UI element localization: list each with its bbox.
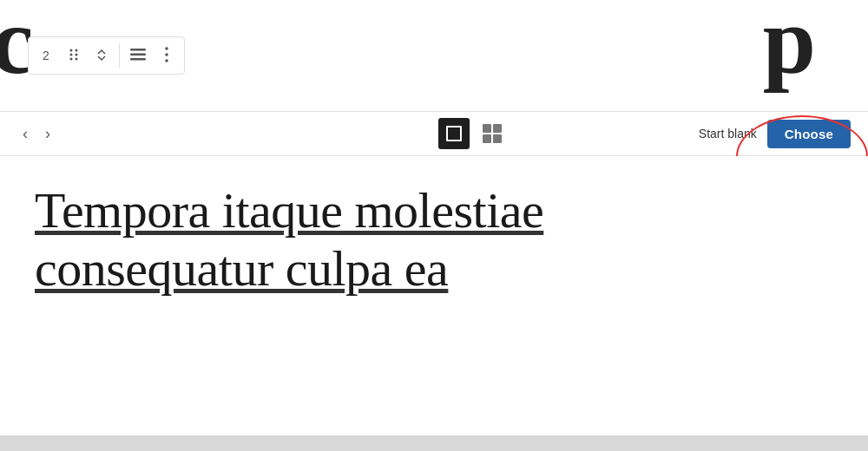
svg-point-3 [76, 53, 78, 56]
nav-prev-button[interactable]: ‹ [17, 121, 33, 147]
svg-point-5 [76, 57, 78, 60]
main-content: Tempora itaque molestiae consequatur cul… [0, 156, 868, 451]
view-toggle [438, 118, 508, 149]
template-toolbar: ‹ › Start blank Choose [0, 111, 868, 156]
nav-arrows: ‹ › [17, 121, 56, 147]
svg-rect-7 [130, 53, 146, 56]
main-heading: Tempora itaque molestiae consequatur cul… [35, 182, 764, 297]
more-options-item[interactable] [156, 43, 177, 69]
svg-point-10 [165, 53, 168, 56]
bottom-bar [0, 435, 868, 451]
move-updown-item[interactable] [91, 44, 112, 68]
more-options-icon [165, 47, 168, 65]
chevron-updown-icon [96, 48, 107, 64]
toolbar-right: Start blank Choose [699, 120, 851, 148]
align-icon [130, 49, 146, 63]
svg-rect-8 [130, 58, 146, 61]
block-number-label: 2 [43, 49, 49, 62]
drag-handle-item[interactable] [63, 44, 84, 68]
deco-letter-p: p [763, 0, 816, 88]
drag-handle-icon [69, 48, 79, 64]
grid-view-icon [483, 124, 502, 143]
align-item[interactable] [127, 45, 149, 67]
svg-point-9 [165, 47, 168, 50]
toolbar-divider-1 [119, 43, 120, 68]
choose-button[interactable]: Choose [767, 120, 851, 148]
svg-point-4 [70, 57, 73, 60]
single-view-button[interactable] [438, 118, 470, 149]
start-blank-label: Start blank [699, 127, 757, 141]
svg-point-1 [76, 49, 78, 51]
single-view-icon [446, 126, 462, 141]
svg-point-2 [70, 53, 73, 56]
grid-view-button[interactable] [477, 118, 508, 149]
svg-point-11 [165, 59, 168, 62]
deco-area: c p 2 [0, 0, 868, 111]
block-toolbar: 2 [28, 36, 185, 75]
svg-point-0 [70, 49, 73, 51]
svg-rect-6 [130, 49, 146, 51]
block-number-item[interactable]: 2 [36, 45, 56, 66]
nav-next-button[interactable]: › [40, 121, 56, 147]
